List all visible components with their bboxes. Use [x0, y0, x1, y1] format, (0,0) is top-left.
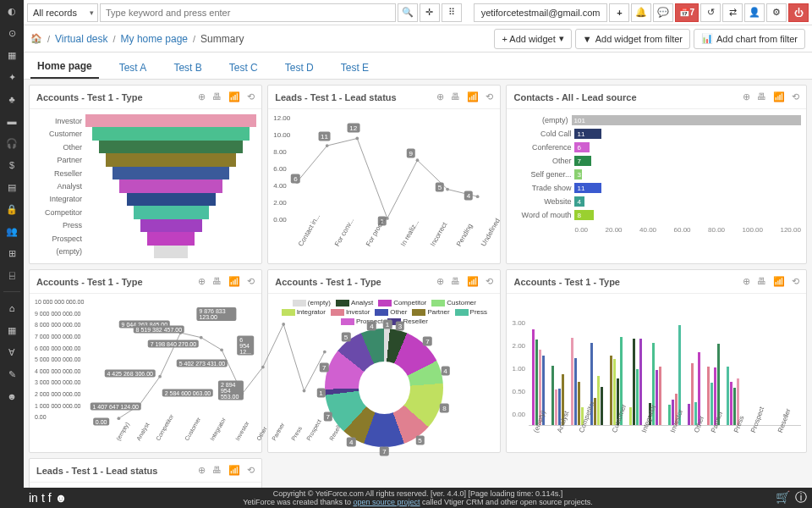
nav-home-icon[interactable]: ⌂ — [4, 301, 19, 316]
widget-title: Leads - Test 1 - Lead status — [36, 466, 157, 476]
refresh-icon[interactable]: ⊕ — [198, 465, 206, 476]
home-icon[interactable]: 🏠 — [30, 33, 42, 44]
nav-icon[interactable]: ▤ — [4, 179, 19, 195]
widget-title: Leads - Test 1 - Lead status — [275, 92, 396, 102]
github-icon[interactable]: ☻ — [55, 491, 68, 505]
svg-point-14 — [261, 366, 265, 369]
widget-funnel: Accounts - Test 1 - Type ⊕🖶📶⟲ InvestorCu… — [29, 85, 262, 264]
chart-icon[interactable]: 📶 — [773, 91, 785, 102]
info-icon[interactable]: ⓘ — [795, 490, 807, 505]
widget-leads-line: Leads - Test 1 - Lead status ⊕🖶📶⟲ 12.001… — [267, 85, 501, 264]
tab-test-e[interactable]: Test E — [334, 57, 376, 79]
nav-icon[interactable]: ⌸ — [4, 268, 19, 283]
reload-icon[interactable]: ⟲ — [247, 91, 255, 102]
nav-icon[interactable]: ⊞ — [4, 246, 19, 261]
svg-point-6 — [476, 195, 480, 198]
twitter-icon[interactable]: t — [41, 491, 45, 505]
nav-icon[interactable]: ⊙ — [4, 25, 19, 41]
add-chart-filter-button[interactable]: 📊 Add chart from filter — [694, 29, 805, 49]
dashboard: Accounts - Test 1 - Type ⊕🖶📶⟲ InvestorCu… — [24, 80, 812, 508]
widget-title: Accounts - Test 1 - Type — [513, 277, 620, 287]
cart-icon[interactable]: 🛒 — [776, 490, 790, 505]
tab-test-d[interactable]: Test D — [278, 57, 321, 79]
tab-test-b[interactable]: Test B — [167, 57, 208, 79]
chart-icon[interactable]: 📶 — [773, 276, 785, 287]
reload-icon[interactable]: ⟲ — [247, 276, 255, 287]
svg-point-5 — [446, 188, 449, 191]
widget-title: Accounts - Test 1 - Type — [36, 92, 143, 102]
nav-icon[interactable]: 🔒 — [4, 202, 19, 217]
tab-test-c[interactable]: Test C — [222, 57, 265, 79]
reload-icon[interactable]: ⟲ — [247, 465, 255, 476]
print-icon[interactable]: 🖶 — [451, 91, 460, 102]
crumb-link[interactable]: My home page — [121, 33, 188, 45]
print-icon[interactable]: 🖶 — [757, 276, 766, 287]
nav-icon[interactable]: ▬ — [4, 113, 19, 129]
bell-icon[interactable]: 🔔 — [631, 3, 651, 22]
footer: intf☻ Copyright © YetiForce.com All righ… — [24, 488, 812, 508]
settings-icon[interactable]: ⚙ — [766, 3, 787, 22]
linkedin-icon[interactable]: in — [29, 491, 38, 505]
refresh-icon[interactable]: ⊕ — [198, 276, 206, 287]
nav-icon[interactable]: ☻ — [4, 389, 19, 404]
power-icon[interactable]: ⏻ — [788, 3, 809, 22]
add-widget-filter-button[interactable]: ▼ Add widget from filter — [575, 29, 690, 49]
search-input[interactable] — [100, 3, 396, 22]
breadcrumb: 🏠 / Virtual desk / My home page / Summar… — [24, 25, 812, 52]
add-icon[interactable]: + — [609, 3, 629, 22]
logo-icon[interactable]: ◐ — [4, 3, 19, 19]
chart-icon[interactable]: 📶 — [467, 276, 479, 287]
print-icon[interactable]: 🖶 — [451, 276, 460, 287]
chat-icon[interactable]: 💬 — [653, 3, 673, 22]
reload-icon[interactable]: ⟲ — [486, 276, 493, 287]
nav-icon[interactable]: ♣ — [4, 91, 19, 107]
reload-icon[interactable]: ⟲ — [792, 276, 799, 287]
widget-title: Accounts - Test 1 - Type — [36, 277, 143, 287]
chart-icon[interactable]: 📶 — [228, 276, 240, 287]
user-email[interactable]: yetiforcetestmail@gmail.com — [474, 3, 608, 22]
print-icon[interactable]: 🖶 — [212, 465, 222, 476]
tab-test-a[interactable]: Test A — [112, 57, 154, 79]
user-icon[interactable]: 👤 — [744, 3, 765, 22]
crumb-current: Summary — [200, 33, 244, 45]
widget-contacts-hbar: Contacts - All - Lead source ⊕🖶📶⟲ (empty… — [506, 85, 807, 264]
reload-icon[interactable]: ⟲ — [486, 91, 493, 102]
nav-icon[interactable]: ▦ — [4, 47, 19, 63]
refresh-icon[interactable]: ⊕ — [743, 91, 750, 102]
chart-icon[interactable]: 📶 — [467, 91, 479, 102]
records-select[interactable]: All records — [27, 3, 98, 22]
refresh-icon[interactable]: ⊕ — [436, 276, 444, 287]
chart-icon[interactable]: 📶 — [228, 91, 240, 102]
print-icon[interactable]: 🖶 — [757, 91, 766, 102]
tabs: Home page Test A Test B Test C Test D Te… — [24, 52, 812, 80]
nav-icon[interactable]: ∀ — [4, 345, 19, 360]
refresh-icon[interactable]: ⊕ — [198, 91, 206, 102]
facebook-icon[interactable]: f — [48, 491, 52, 505]
nav-icon[interactable]: ▦ — [4, 323, 19, 338]
search-button[interactable]: 🔍 — [398, 3, 418, 22]
target-button[interactable]: ✛ — [420, 3, 440, 22]
calendar-button[interactable]: 📅7 — [675, 3, 699, 22]
grid-button[interactable]: ⠿ — [442, 3, 462, 22]
tab-home[interactable]: Home page — [30, 55, 99, 79]
widget-title: Contacts - All - Lead source — [513, 92, 636, 102]
chart-icon[interactable]: 📶 — [228, 465, 240, 476]
swap-icon[interactable]: ⇄ — [722, 3, 743, 22]
left-sidebar: ◐ ⊙ ▦ ✦ ♣ ▬ 🎧 $ ▤ 🔒 👥 ⊞ ⌸ ⌂ ▦ ∀ ✎ ☻ — [0, 0, 24, 508]
svg-point-7 — [117, 417, 120, 420]
nav-icon[interactable]: 🎧 — [4, 135, 19, 151]
nav-icon[interactable]: ✦ — [4, 69, 19, 85]
crumb-link[interactable]: Virtual desk — [55, 33, 107, 45]
history-icon[interactable]: ↺ — [700, 3, 721, 22]
add-widget-button[interactable]: + Add widget ▾ — [494, 29, 571, 49]
svg-point-12 — [220, 348, 223, 351]
nav-icon[interactable]: ✎ — [4, 367, 19, 382]
print-icon[interactable]: 🖶 — [212, 91, 222, 102]
refresh-icon[interactable]: ⊕ — [743, 276, 750, 287]
footer-link[interactable]: open source project — [354, 498, 420, 506]
nav-icon[interactable]: $ — [4, 157, 19, 173]
print-icon[interactable]: 🖶 — [212, 276, 222, 287]
refresh-icon[interactable]: ⊕ — [436, 91, 444, 102]
reload-icon[interactable]: ⟲ — [792, 91, 799, 102]
nav-icon[interactable]: 👥 — [4, 224, 19, 239]
